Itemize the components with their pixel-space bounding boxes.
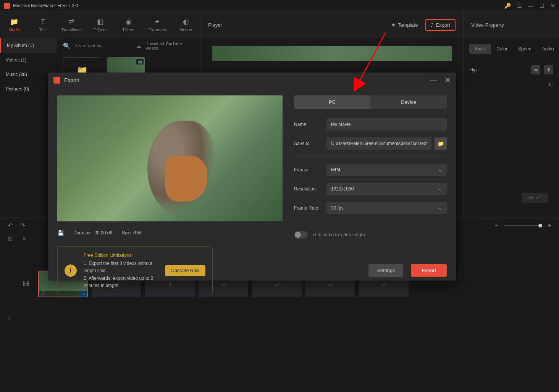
export-dialog-icon (53, 77, 60, 84)
info-icon: i (65, 265, 77, 277)
tab-effects[interactable]: ◧Effects (86, 11, 115, 38)
upgrade-button[interactable]: Upgrade Now (165, 265, 205, 276)
upload-icon: ⤴ (431, 22, 433, 28)
size-label: Size: (122, 230, 132, 236)
save-icon: 💾 (57, 230, 64, 236)
limit-title: Free Edition Limitations: (84, 252, 158, 259)
resolution-label: Resolution: (294, 186, 326, 192)
timeline-time: 0s (23, 236, 27, 241)
saveto-label: Save to: (294, 141, 326, 146)
elements-icon: ✦ (154, 18, 160, 26)
zoom-in-button[interactable]: + (548, 222, 551, 229)
export-tab-device[interactable]: Device (370, 95, 447, 109)
size-value: 6 M (133, 230, 141, 236)
folder-icon: 📁 (438, 140, 444, 147)
flip-label: Flip: (469, 67, 478, 73)
minimize-icon[interactable]: — (528, 3, 533, 9)
settings-button[interactable]: Settings (368, 264, 403, 277)
name-input[interactable] (326, 118, 447, 131)
framerate-select[interactable]: 30 fps⌄ (326, 202, 447, 214)
property-panel: Basic Color Speed Audio Flip: ⇋ ⥮ 0° (464, 38, 559, 218)
cloud-icon: ☁ (136, 42, 142, 50)
video-property-label: Video Property (464, 11, 559, 38)
format-label: Format: (294, 167, 326, 173)
limitation-notice: i Free Edition Limitations: 1. Export th… (57, 246, 213, 295)
template-button[interactable]: ❖Template (391, 22, 418, 28)
search-input[interactable] (74, 43, 132, 48)
saveto-input[interactable] (326, 137, 431, 150)
flip-horizontal-button[interactable]: ⇋ (531, 65, 540, 74)
effects-icon: ◧ (97, 18, 103, 26)
resolution-select[interactable]: 1920x1080⌄ (326, 183, 447, 195)
add-track-icon[interactable]: ⊞ (8, 235, 19, 242)
app-title: MiniTool MovieMaker Free 7.2.0 (13, 3, 504, 8)
video-track-icon: 🎞 (23, 281, 34, 287)
player-preview (212, 46, 452, 61)
export-button-top[interactable]: ⤴Export (425, 19, 456, 31)
export-dialog-title: Export (64, 77, 423, 83)
chevron-down-icon: ⌄ (438, 186, 442, 192)
undo-button[interactable]: ↶ (8, 222, 13, 229)
download-youtube-link[interactable]: Download YouTube Videos (145, 41, 194, 50)
format-select[interactable]: MP4⌄ (326, 164, 447, 176)
speaker-icon: 🔊 (40, 291, 46, 296)
text-icon: T (41, 18, 45, 26)
limit-line-2: 2. Afterwards, export video up to 2 minu… (84, 275, 158, 289)
redo-button[interactable]: ↷ (20, 222, 25, 229)
prop-tab-basic[interactable]: Basic (469, 44, 491, 54)
reset-button[interactable]: Reset (522, 193, 548, 203)
main-toolbar: 📁Media TText ⇄Transitions ◧Effects ◉Filt… (0, 11, 559, 38)
zoom-out-button[interactable]: − (494, 222, 498, 229)
sidebar-item-album[interactable]: My Album (1) (0, 38, 57, 53)
prop-tab-audio[interactable]: Audio (537, 44, 559, 54)
export-preview-image (57, 95, 283, 221)
export-tab-pc[interactable]: PC (294, 95, 370, 109)
app-icon (4, 3, 10, 9)
tab-transitions[interactable]: ⇄Transitions (57, 11, 86, 38)
trim-audio-toggle[interactable] (294, 231, 308, 239)
folder-icon: 📁 (10, 18, 18, 26)
video-badge-icon: 📹 (136, 59, 144, 65)
duration-label: Duration: (73, 230, 92, 236)
chevron-down-icon: ⌄ (438, 167, 442, 173)
rotate-value: 0° (549, 82, 553, 87)
maximize-icon[interactable]: ☐ (540, 3, 544, 9)
tab-text[interactable]: TText (29, 11, 57, 38)
close-icon[interactable]: ✕ (551, 3, 555, 9)
flip-vertical-button[interactable]: ⥮ (544, 65, 553, 74)
tab-elements[interactable]: ✦Elements (143, 11, 171, 38)
limit-line-1: 1. Export the first 3 videos without len… (84, 260, 158, 274)
dialog-minimize-button[interactable]: — (430, 76, 437, 84)
dialog-close-button[interactable]: ✕ (445, 76, 451, 84)
transitions-icon: ⇄ (69, 18, 74, 26)
audio-track-icon: ♪ (8, 315, 19, 321)
player-label: Player (208, 22, 391, 28)
trim-audio-label: Trim audio to video length (312, 232, 365, 237)
search-icon: 🔍 (63, 42, 71, 50)
chevron-down-icon: ⌄ (438, 205, 442, 211)
sidebar-item-videos[interactable]: Videos (1) (0, 53, 57, 67)
layers-icon: ❖ (391, 22, 396, 28)
tab-filters[interactable]: ◉Filters (114, 11, 143, 38)
export-dialog: Export — ✕ 💾 Duration: 00:00:06 Size: 6 … (48, 73, 456, 281)
prop-tab-color[interactable]: Color (491, 44, 513, 54)
motion-icon: ◐ (183, 18, 189, 26)
tab-motion[interactable]: ◐Motion (171, 11, 200, 38)
menu-icon[interactable]: ☰ (517, 3, 522, 9)
tab-media[interactable]: 📁Media (0, 11, 29, 38)
prop-tab-speed[interactable]: Speed (513, 44, 537, 54)
key-icon[interactable]: 🔑 (504, 3, 511, 9)
title-bar: MiniTool MovieMaker Free 7.2.0 🔑 ☰ — ☐ ✕ (0, 0, 559, 11)
zoom-slider[interactable] (504, 225, 542, 226)
duration-value: 00:00:06 (94, 230, 112, 236)
filters-icon: ◉ (126, 18, 132, 26)
framerate-label: Frame Rate: (294, 205, 326, 211)
browse-button[interactable]: 📁 (435, 137, 447, 150)
export-button[interactable]: Export (411, 264, 447, 277)
name-label: Name: (294, 122, 326, 127)
